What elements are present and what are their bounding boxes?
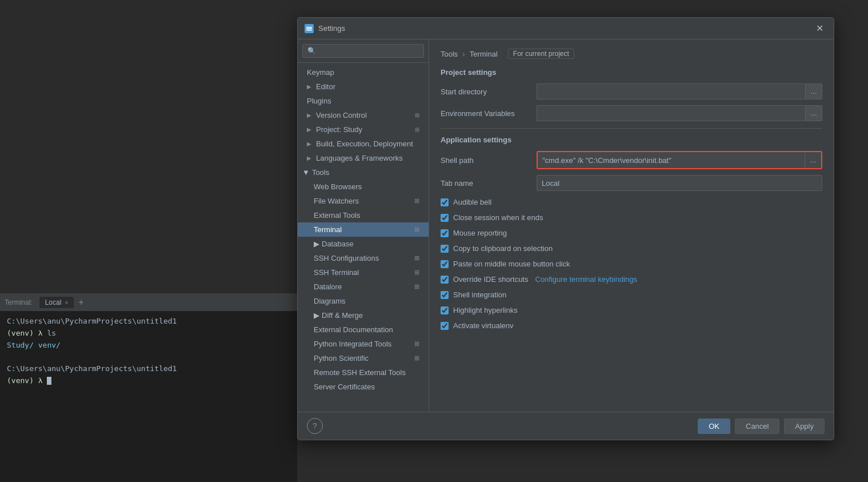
sidebar-item-diagrams[interactable]: Diagrams [298,294,429,308]
sidebar-item-server-certs[interactable]: Server Certificates [298,380,429,394]
settings-dialog: Settings ✕ Keymap ▶ Editor Pl [297,17,834,440]
terminal-line-3: Study/ venv/ [7,340,290,352]
settings-sidebar: Keymap ▶ Editor Plugins ▶ Version Contro… [298,39,429,412]
python-sci-icon: ⊞ [414,354,419,362]
python-tools-icon: ⊞ [414,340,419,348]
ok-button[interactable]: OK [698,419,730,434]
settings-icon [305,24,314,33]
sidebar-item-plugins[interactable]: Plugins [298,94,429,108]
terminal-content: C:\Users\anu\PycharmProjects\untitled1 (… [0,311,297,392]
start-directory-browse-button[interactable]: … [805,83,822,99]
for-current-project-link[interactable]: For current project [508,49,574,59]
copy-clipboard-label: Copy to clipboard on selection [453,244,553,253]
checkbox-activate-virtualenv: Activate virtualenv [441,320,822,331]
checkbox-override-ide: Override IDE shortcuts Configure termina… [441,274,822,285]
dialog-close-button[interactable]: ✕ [813,23,827,34]
shell-path-row: Shell path … [441,151,822,169]
svg-rect-0 [306,27,312,28]
version-control-icon: ⊞ [415,112,419,118]
sidebar-item-web-browsers[interactable]: Web Browsers [298,180,429,194]
shell-integration-checkbox[interactable] [441,291,449,299]
sidebar-item-languages[interactable]: ▶ Languages & Frameworks [298,151,429,165]
shell-integration-label: Shell integration [453,290,506,299]
sidebar-item-file-watchers[interactable]: File Watchers ⊞ [298,194,429,208]
activate-virtualenv-label: Activate virtualenv [453,321,514,330]
highlight-hyperlinks-label: Highlight hyperlinks [453,306,518,314]
settings-content: Tools › Terminal For current project Pro… [429,39,834,412]
override-ide-label: Override IDE shortcuts [453,275,529,284]
terminal-tab-close[interactable]: × [65,300,68,306]
shell-path-input[interactable] [538,152,805,168]
breadcrumb-separator: › [462,50,465,58]
terminal-label: Terminal: [5,298,33,306]
sidebar-item-ssh-terminal[interactable]: SSH Terminal ⊞ [298,265,429,280]
diff-arrow: ▶ [314,311,319,320]
sidebar-item-ssh-config[interactable]: SSH Configurations ⊞ [298,251,429,265]
project-arrow: ▶ [307,126,311,133]
ssh-terminal-icon: ⊞ [414,269,419,276]
project-settings-title: Project settings [441,68,822,77]
copy-clipboard-checkbox[interactable] [441,245,449,253]
settings-search-area [298,39,429,63]
divider-1 [441,128,822,129]
paste-middle-checkbox[interactable] [441,260,449,268]
sidebar-item-project[interactable]: ▶ Project: Study ⊞ [298,122,429,137]
sidebar-item-editor[interactable]: ▶ Editor [298,79,429,94]
shell-path-box: … [537,151,822,169]
settings-search-input[interactable] [302,44,424,58]
terminal-line-5: C:\Users\anu\PycharmProjects\untitled1 [7,363,290,375]
shell-path-label: Shell path [441,156,532,165]
terminal-tab-name: Local [45,298,62,306]
sidebar-item-datalore[interactable]: Datalore ⊞ [298,280,429,294]
sidebar-item-tools[interactable]: ▼ Tools [298,165,429,180]
audible-bell-label: Audible bell [453,198,491,206]
terminal-tab-local[interactable]: Local × [39,297,74,308]
cancel-button[interactable]: Cancel [735,419,779,434]
tab-name-input[interactable] [537,175,822,191]
sidebar-item-python-sci[interactable]: Python Scientific ⊞ [298,351,429,365]
sidebar-item-diff-merge[interactable]: ▶ Diff & Merge [298,308,429,322]
sidebar-item-terminal[interactable]: Terminal ⊞ [298,222,429,237]
breadcrumb-current: Terminal [470,50,498,58]
override-ide-checkbox[interactable] [441,276,449,284]
highlight-hyperlinks-checkbox[interactable] [441,306,449,314]
shell-path-browse-button[interactable]: … [805,152,821,168]
sidebar-item-version-control[interactable]: ▶ Version Control ⊞ [298,108,429,122]
apply-button[interactable]: Apply [784,419,825,434]
mouse-reporting-checkbox[interactable] [441,229,449,237]
dialog-body: Keymap ▶ Editor Plugins ▶ Version Contro… [298,39,834,412]
breadcrumb-parent: Tools [441,50,458,58]
terminal-icon: ⊞ [414,226,419,233]
datalore-icon: ⊞ [414,283,419,290]
dialog-footer: ? OK Cancel Apply [298,412,834,440]
start-directory-row: Start directory … [441,83,822,99]
sidebar-item-ext-doc[interactable]: External Documentation [298,322,429,337]
sidebar-item-remote-ssh[interactable]: Remote SSH External Tools [298,365,429,380]
settings-nav: Keymap ▶ Editor Plugins ▶ Version Contro… [298,63,429,412]
checkbox-mouse-reporting: Mouse reporting [441,228,822,238]
mouse-reporting-label: Mouse reporting [453,229,507,237]
sidebar-item-build[interactable]: ▶ Build, Execution, Deployment [298,137,429,151]
ssh-config-icon: ⊞ [414,254,419,262]
help-button[interactable]: ? [307,418,323,434]
activate-virtualenv-checkbox[interactable] [441,322,449,330]
sidebar-item-database[interactable]: ▶ Database [298,237,429,251]
sidebar-item-python-tools[interactable]: Python Integrated Tools ⊞ [298,337,429,351]
dialog-titlebar: Settings ✕ [298,18,834,39]
env-vars-row: Environment Variables … [441,105,822,121]
checkbox-copy-clipboard: Copy to clipboard on selection [441,243,822,254]
start-directory-label: Start directory [441,87,532,96]
sidebar-item-keymap[interactable]: Keymap [298,65,429,79]
dialog-title-left: Settings [305,24,345,33]
terminal-panel: Terminal: Local × + C:\Users\anu\Pycharm… [0,293,297,482]
editor-arrow: ▶ [307,83,311,90]
close-session-checkbox[interactable] [441,214,449,222]
terminal-add-tab[interactable]: + [76,297,86,308]
languages-arrow: ▶ [307,155,311,161]
env-vars-browse-button[interactable]: … [805,105,822,121]
configure-keybindings-link[interactable]: Configure terminal keybindings [535,275,637,284]
audible-bell-checkbox[interactable] [441,198,449,206]
env-vars-input[interactable] [537,105,805,121]
sidebar-item-external-tools[interactable]: External Tools [298,208,429,222]
start-directory-input[interactable] [537,83,805,99]
